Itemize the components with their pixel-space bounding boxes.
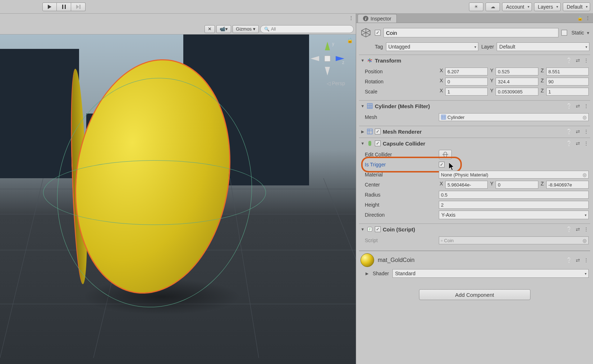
material-preview-icon[interactable] xyxy=(360,253,374,267)
svg-rect-27 xyxy=(367,103,372,109)
help-icon[interactable]: ❔ xyxy=(566,140,572,146)
svg-marker-43 xyxy=(449,162,454,170)
height-label: Height xyxy=(365,202,437,208)
edit-collider-label: Edit Collider xyxy=(365,152,437,157)
rotation-x-input[interactable]: 0 xyxy=(445,78,488,86)
svg-rect-32 xyxy=(441,115,446,119)
physic-material-field[interactable]: None (Physic Material) xyxy=(439,171,589,179)
menu-icon[interactable]: ⋮ xyxy=(584,103,589,109)
script-field: ▫Coin xyxy=(439,236,589,244)
center-z-input[interactable]: -8.940697e xyxy=(546,181,589,189)
shader-dropdown[interactable]: Standard xyxy=(392,269,589,278)
preset-icon[interactable]: ⇄ xyxy=(576,103,580,109)
preset-icon[interactable]: ⇄ xyxy=(576,226,580,232)
height-input[interactable]: 2 xyxy=(439,201,589,209)
add-component-button[interactable]: Add Component xyxy=(419,289,530,300)
menu-icon[interactable]: ⋮ xyxy=(584,257,589,263)
radius-input[interactable]: 0.5 xyxy=(439,191,589,199)
svg-rect-2 xyxy=(65,5,66,9)
scene-search-input[interactable]: 🔍 All xyxy=(260,25,354,33)
gameobject-icon[interactable] xyxy=(360,27,372,39)
step-button[interactable] xyxy=(71,3,86,11)
script-enable-checkbox[interactable] xyxy=(375,226,381,232)
lock-icon[interactable]: 🔒 xyxy=(347,37,353,43)
scale-y-input[interactable]: 0.05309085 xyxy=(496,88,538,96)
preset-icon[interactable]: ⇄ xyxy=(576,140,580,146)
meshfilter-header[interactable]: ▼ Cylinder (Mesh Filter) ❔⇄⋮ xyxy=(359,101,590,111)
lock-icon[interactable]: 🔒 xyxy=(577,15,583,21)
direction-label: Direction xyxy=(365,212,437,218)
tools-icon-button[interactable]: ✕ xyxy=(204,25,215,33)
rotation-y-input[interactable]: 324.4 xyxy=(496,78,538,86)
layout-dropdown[interactable]: Default xyxy=(563,3,590,11)
mesh-label: Mesh xyxy=(365,114,437,120)
center-y-input[interactable]: 0 xyxy=(496,181,538,189)
camera-icon-button[interactable]: 📹▾ xyxy=(216,25,231,33)
static-checkbox[interactable] xyxy=(561,30,567,36)
menu-icon[interactable]: ⋮ xyxy=(584,140,589,146)
gameobject-name-input[interactable] xyxy=(383,28,558,37)
scene-viewport[interactable]: y z ◁ Persp 🔒 xyxy=(0,34,356,364)
svg-line-12 xyxy=(323,178,356,358)
position-z-input[interactable]: 8.551 xyxy=(546,68,589,75)
position-y-input[interactable]: 0.525 xyxy=(496,68,538,75)
tag-dropdown[interactable]: Untagged xyxy=(386,42,479,51)
rotation-label: Rotation xyxy=(365,79,437,84)
material-foldout[interactable]: ▶ xyxy=(365,271,369,276)
capsule-collider-header[interactable]: ▼ Capsule Collider ❔⇄⋮ xyxy=(359,138,590,149)
collab-icon-button[interactable]: ☀ xyxy=(469,3,483,11)
rotation-z-input[interactable]: 90 xyxy=(546,78,589,86)
cloud-icon-button[interactable]: ☁ xyxy=(486,3,500,11)
pause-button[interactable] xyxy=(57,3,71,11)
scale-x-input[interactable]: 1 xyxy=(445,88,488,96)
transform-header[interactable]: ▼ Transform ❔⇄⋮ xyxy=(359,55,590,66)
material-name: mat_GoldCoin xyxy=(378,257,414,263)
meshrenderer-enable-checkbox[interactable] xyxy=(375,129,381,134)
panel-menu-icon[interactable]: ⋮ xyxy=(585,15,590,20)
menu-icon[interactable]: ⋮ xyxy=(584,57,589,63)
is-trigger-label: Is Trigger xyxy=(365,162,437,167)
coin-script-header[interactable]: ▼ # Coin (Script) ❔⇄⋮ xyxy=(359,224,590,235)
account-dropdown[interactable]: Account xyxy=(502,3,532,11)
menu-icon[interactable]: ⋮ xyxy=(584,226,589,232)
svg-rect-40 xyxy=(368,141,371,146)
layers-dropdown[interactable]: Layers xyxy=(534,3,561,11)
direction-dropdown[interactable]: Y-Axis xyxy=(439,211,589,219)
panel-menu-icon[interactable]: ⋮ xyxy=(349,15,354,21)
help-icon[interactable]: ❔ xyxy=(566,57,572,63)
preset-icon[interactable]: ⇄ xyxy=(576,129,580,134)
layer-dropdown[interactable]: Default xyxy=(497,42,589,51)
capsule-enable-checkbox[interactable] xyxy=(375,140,381,146)
top-toolbar: ☀ ☁ Account Layers Default xyxy=(0,0,593,14)
menu-icon[interactable]: ⋮ xyxy=(584,129,589,134)
edit-collider-button[interactable] xyxy=(439,150,452,159)
meshrenderer-header[interactable]: ▶ Mesh Renderer ❔⇄⋮ xyxy=(359,126,590,137)
mesh-field[interactable]: Cylinder xyxy=(439,113,589,121)
orientation-gizmo[interactable]: y z xyxy=(308,39,347,78)
scene-panel: ⋮ ✕ 📹▾ Gizmos ▾ 🔍 All xyxy=(0,14,356,364)
svg-text:y: y xyxy=(332,41,334,46)
radius-label: Radius xyxy=(365,192,437,198)
preset-icon[interactable]: ⇄ xyxy=(576,57,580,63)
svg-rect-17 xyxy=(325,56,330,61)
gameobject-active-checkbox[interactable] xyxy=(375,30,381,36)
gizmos-dropdown[interactable]: Gizmos ▾ xyxy=(233,25,259,33)
is-trigger-checkbox[interactable] xyxy=(439,162,445,167)
preset-icon[interactable]: ⇄ xyxy=(576,257,580,263)
cursor-icon xyxy=(449,162,455,171)
scale-z-input[interactable]: 1 xyxy=(546,88,589,96)
scale-label: Scale xyxy=(365,89,437,95)
play-button[interactable] xyxy=(42,3,57,11)
help-icon[interactable]: ❔ xyxy=(566,129,572,134)
center-x-input[interactable]: 5.960464e- xyxy=(445,181,488,189)
position-x-input[interactable]: 6.207 xyxy=(445,68,488,75)
svg-marker-0 xyxy=(48,5,51,9)
persp-label[interactable]: ◁ Persp xyxy=(327,80,345,86)
help-icon[interactable]: ❔ xyxy=(566,226,572,232)
scene-toolbar: ✕ 📹▾ Gizmos ▾ 🔍 All xyxy=(0,24,356,34)
help-icon[interactable]: ❔ xyxy=(566,257,572,263)
inspector-panel: iInspector 🔒 ⋮ Static▾ Tag Untagged Laye… xyxy=(356,14,593,364)
svg-marker-15 xyxy=(311,56,319,61)
inspector-tab[interactable]: iInspector xyxy=(358,14,397,23)
help-icon[interactable]: ❔ xyxy=(566,103,572,109)
